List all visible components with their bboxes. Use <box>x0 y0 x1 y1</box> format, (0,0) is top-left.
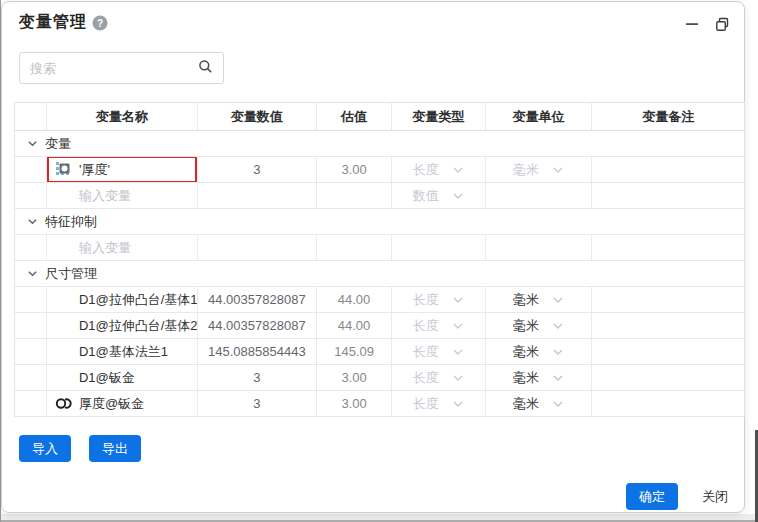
row-handle <box>15 287 47 312</box>
table-row-group: 特征抑制 <box>15 209 744 235</box>
chevron-down-icon <box>452 320 464 332</box>
close-button[interactable]: 关闭 <box>702 488 728 506</box>
help-icon[interactable]: ? <box>92 15 108 31</box>
group-label: 尺寸管理 <box>45 265 97 283</box>
ok-button[interactable]: 确定 <box>626 483 678 510</box>
header-value: 变量数值 <box>198 103 318 130</box>
group-label: 特征抑制 <box>45 213 97 231</box>
type-select[interactable]: 长度 <box>392 161 485 179</box>
minimize-icon[interactable] <box>684 16 700 32</box>
name-cell[interactable]: '厚度' <box>47 157 198 182</box>
unit-cell: 毫米 <box>486 287 593 312</box>
value-cell[interactable]: 145.0885854443 <box>198 339 318 364</box>
name-cell[interactable]: D1@拉伸凸台/基体1 <box>47 287 198 312</box>
table-row: D1@钣金 3 3.00 长度 毫米 <box>15 365 744 391</box>
estimate-cell <box>317 183 392 208</box>
type-select[interactable]: 长度 <box>392 369 485 387</box>
header-unit: 变量单位 <box>486 103 593 130</box>
table-row: D1@拉伸凸台/基体1 44.00357828087 44.00 长度 毫米 <box>15 287 744 313</box>
group-toggle[interactable]: 变量 <box>15 131 744 156</box>
value-cell[interactable]: 3 <box>198 157 318 182</box>
remark-cell[interactable] <box>592 339 744 364</box>
row-handle <box>15 365 47 390</box>
value-cell[interactable] <box>198 235 318 260</box>
chevron-down-icon <box>552 320 564 332</box>
search-icon[interactable] <box>198 59 213 78</box>
unit-select[interactable]: 毫米 <box>486 317 592 335</box>
variable-manager-dialog: 变量管理 ? <box>1 1 745 513</box>
table-row-group: 变量 <box>15 131 744 157</box>
value-cell[interactable]: 44.00357828087 <box>198 287 318 312</box>
estimate-cell <box>317 235 392 260</box>
estimate-cell: 145.09 <box>317 339 392 364</box>
type-select[interactable]: 长度 <box>392 291 485 309</box>
name-cell[interactable]: 输入变量 <box>47 235 198 260</box>
chevron-down-icon <box>552 372 564 384</box>
table-row: '厚度' 3 3.00 长度 毫米 <box>15 157 744 183</box>
row-handle <box>15 339 47 364</box>
import-button[interactable]: 导入 <box>19 435 71 462</box>
header-remark: 变量备注 <box>592 103 744 130</box>
restore-window-icon[interactable] <box>714 16 730 32</box>
export-button[interactable]: 导出 <box>89 435 141 462</box>
estimate-cell: 44.00 <box>317 313 392 338</box>
value-cell[interactable]: 44.00357828087 <box>198 313 318 338</box>
type-select[interactable]: 长度 <box>392 343 485 361</box>
variables-table: 变量名称 变量数值 估值 变量类型 变量单位 变量备注 变量 <box>14 102 745 417</box>
type-cell: 数值 <box>392 183 486 208</box>
chevron-down-icon <box>552 346 564 358</box>
table-row: D1@基体法兰1 145.0885854443 145.09 长度 毫米 <box>15 339 744 365</box>
unit-select[interactable]: 毫米 <box>486 343 592 361</box>
search-input[interactable] <box>30 61 198 76</box>
name-cell[interactable]: D1@钣金 <box>47 365 198 390</box>
type-select[interactable]: 数值 <box>392 187 485 205</box>
name-cell[interactable]: 厚度@钣金 <box>47 391 198 416</box>
type-cell: 长度 <box>392 157 486 182</box>
remark-cell[interactable] <box>592 157 744 182</box>
row-handle <box>15 391 47 416</box>
header-name: 变量名称 <box>47 103 198 130</box>
remark-cell[interactable] <box>592 365 744 390</box>
type-cell: 长度 <box>392 365 486 390</box>
table-row: D1@拉伸凸台/基体2 44.00357828087 44.00 长度 毫米 <box>15 313 744 339</box>
variable-name: D1@拉伸凸台/基体1 <box>79 291 198 309</box>
type-select[interactable]: 长度 <box>392 317 485 335</box>
group-toggle[interactable]: 特征抑制 <box>15 209 744 234</box>
row-handle <box>15 235 47 260</box>
unit-select[interactable]: 毫米 <box>486 369 592 387</box>
name-cell[interactable]: 输入变量 <box>47 183 198 208</box>
remark-cell[interactable] <box>592 287 744 312</box>
value-cell[interactable]: 3 <box>198 365 318 390</box>
chevron-down-icon <box>552 164 564 176</box>
name-cell[interactable]: D1@基体法兰1 <box>47 339 198 364</box>
unit-select[interactable]: 毫米 <box>486 395 592 413</box>
value-cell[interactable]: 3 <box>198 391 318 416</box>
background-strip <box>0 514 758 522</box>
type-select[interactable]: 长度 <box>392 395 485 413</box>
row-handle[interactable] <box>15 157 47 182</box>
variable-name: D1@基体法兰1 <box>79 343 168 361</box>
unit-cell <box>486 235 593 260</box>
estimate-cell: 3.00 <box>317 365 392 390</box>
link-icon <box>53 397 79 410</box>
chevron-down-icon <box>27 216 38 227</box>
window-controls <box>684 16 730 32</box>
chevron-down-icon <box>27 268 38 279</box>
remark-cell[interactable] <box>592 313 744 338</box>
estimate-cell: 3.00 <box>317 391 392 416</box>
unit-select[interactable]: 毫米 <box>486 291 592 309</box>
unit-select[interactable]: 毫米 <box>486 161 592 179</box>
name-cell[interactable]: D1@拉伸凸台/基体2 <box>47 313 198 338</box>
table-header-row: 变量名称 变量数值 估值 变量类型 变量单位 变量备注 <box>15 103 744 131</box>
group-toggle[interactable]: 尺寸管理 <box>15 261 744 286</box>
chevron-down-icon <box>452 190 464 202</box>
global-variable-icon <box>53 161 79 178</box>
value-cell[interactable] <box>198 183 318 208</box>
chevron-down-icon <box>452 398 464 410</box>
type-cell <box>392 235 486 260</box>
remark-cell[interactable] <box>592 391 744 416</box>
chevron-down-icon <box>27 138 38 149</box>
table-row-group: 尺寸管理 <box>15 261 744 287</box>
row-handle <box>15 183 47 208</box>
unit-cell <box>486 183 593 208</box>
